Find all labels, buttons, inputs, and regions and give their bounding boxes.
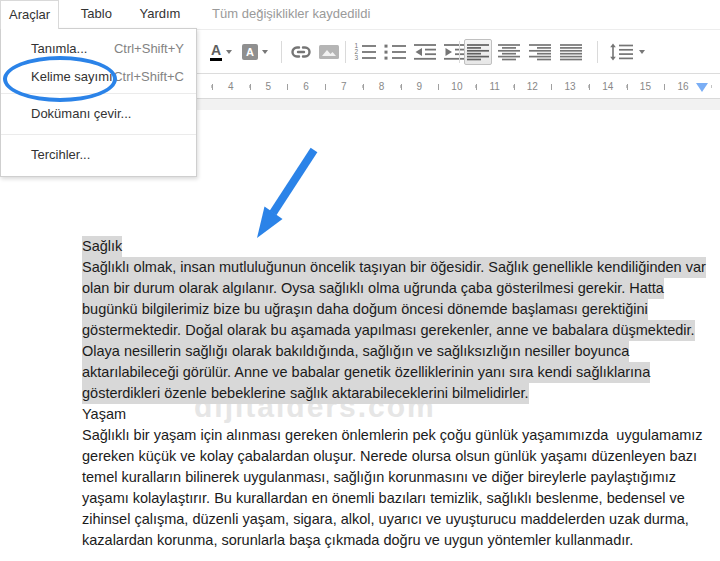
ruler-number: 7: [334, 80, 354, 94]
toolbar-divider: [597, 41, 598, 63]
decrease-indent-icon: [413, 42, 437, 61]
bulleted-list-icon: [383, 42, 407, 61]
highlight-color-button[interactable]: A: [239, 39, 271, 65]
toolbar-divider: [345, 41, 346, 63]
text-color-icon: A: [210, 43, 222, 61]
menu-item-translate-label: Dokümanı çevir...: [31, 106, 131, 121]
doc-line[interactable]: Olaya nesillerin sağlığı olarak bakıldığ…: [82, 341, 706, 362]
doc-line[interactable]: bugünkü bilgilerimiz bize bu uğraşın dah…: [82, 299, 706, 320]
decrease-indent-button[interactable]: [411, 39, 439, 65]
justify-button[interactable]: [557, 39, 585, 65]
svg-text:3: 3: [355, 54, 359, 61]
doc-line[interactable]: zihinsel çalışma, düzenli yaşam, sigara,…: [82, 509, 706, 530]
save-status: Tüm değişiklikler kaydedildi: [212, 0, 370, 28]
menu-bar: Araçlar Tablo Yardım Tüm değişiklikler k…: [0, 0, 720, 28]
line-spacing-caret-icon: [639, 50, 645, 54]
justify-icon: [559, 43, 583, 61]
doc-line[interactable]: gereken küçük ve kolay çabalardan oluşur…: [82, 446, 706, 467]
text-color-button[interactable]: A: [205, 39, 237, 65]
doc-line[interactable]: olan bir durum olarak algılanır. Oysa sa…: [82, 278, 706, 299]
toolbar-divider: [281, 41, 282, 63]
align-right-icon: [528, 43, 552, 61]
doc-line[interactable]: kazalardan korunma, sorunlarla başa çıkm…: [82, 530, 706, 551]
ruler-number: 13: [560, 80, 580, 94]
ruler-number: 8: [372, 80, 392, 94]
ruler-number: 5: [258, 80, 278, 94]
right-indent-marker[interactable]: [696, 83, 708, 92]
numbered-list-button[interactable]: 1 2 3: [351, 39, 379, 65]
menu-item-translate[interactable]: Dokümanı çevir...: [1, 96, 196, 132]
document-text: Sağlık Sağlıklı olmak, insan mutluluğunu…: [82, 236, 706, 551]
menu-separator: [1, 93, 196, 94]
ruler-number: 9: [409, 80, 429, 94]
ruler-number: 4: [221, 80, 241, 94]
doc-line[interactable]: göstermektedir. Doğal olarak bu aşamada …: [82, 320, 706, 341]
ruler-number: 12: [522, 80, 542, 94]
text-color-caret-icon: [226, 50, 232, 54]
ruler-number: 14: [598, 80, 618, 94]
doc-heading-1[interactable]: Sağlık: [82, 236, 706, 257]
menu-item-define-label: Tanımla...: [31, 41, 87, 56]
menu-item-word-count-shortcut: Ctrl+Shift+C: [113, 63, 184, 91]
doc-heading-2[interactable]: Yaşam: [82, 404, 706, 425]
line-spacing-icon: [609, 43, 635, 61]
image-icon: [318, 43, 340, 61]
numbered-list-icon: 1 2 3: [353, 42, 377, 61]
ruler-number: 16: [673, 80, 693, 94]
doc-line[interactable]: gösterdikleri özenle bebeklerine sağlık …: [82, 383, 706, 404]
align-left-button[interactable]: [464, 39, 492, 65]
menu-tools-label: Araçlar: [9, 7, 50, 22]
menu-separator: [1, 134, 196, 135]
ruler-number: 11: [485, 80, 505, 94]
align-center-button[interactable]: [495, 39, 523, 65]
align-left-icon: [466, 43, 490, 61]
menu-item-word-count-label: Kelime sayımı: [31, 69, 113, 84]
highlight-color-icon: A: [242, 44, 258, 60]
doc-line[interactable]: yaşamı kolaylaştırır. Bu kurallardan en …: [82, 488, 706, 509]
ruler-number: 15: [635, 80, 655, 94]
doc-line[interactable]: Sağlıklı olmak, insan mutluluğunun öncel…: [82, 257, 706, 278]
doc-line[interactable]: aktarılabileceği görülür. Anne ve babala…: [82, 362, 706, 383]
menu-item-preferences[interactable]: Tercihler...: [1, 137, 196, 173]
menu-item-preferences-label: Tercihler...: [31, 147, 90, 162]
tools-menu-dropdown: Tanımla... Ctrl+Shift+Y Kelime sayımı Ct…: [0, 28, 197, 177]
line-spacing-button[interactable]: [608, 39, 646, 65]
ruler-number: 6: [296, 80, 316, 94]
menu-help[interactable]: Yardım: [132, 0, 189, 28]
toolbar-divider: [459, 41, 460, 63]
align-right-button[interactable]: [526, 39, 554, 65]
menu-item-define[interactable]: Tanımla... Ctrl+Shift+Y: [1, 35, 196, 63]
menu-item-define-shortcut: Ctrl+Shift+Y: [114, 35, 184, 63]
doc-line[interactable]: Sağlıklı bir yaşam için alınması gereken…: [82, 425, 706, 446]
align-center-icon: [497, 43, 521, 61]
menu-help-label: Yardım: [140, 6, 181, 21]
menu-tools[interactable]: Araçlar: [0, 0, 59, 29]
link-icon: [290, 43, 312, 61]
insert-image-button[interactable]: [316, 39, 342, 65]
insert-link-button[interactable]: [287, 39, 315, 65]
menu-item-word-count[interactable]: Kelime sayımı Ctrl+Shift+C: [1, 63, 196, 91]
highlight-color-caret-icon: [262, 50, 268, 54]
doc-line[interactable]: temel kuralların bilinerek uygulanması, …: [82, 467, 706, 488]
menu-table-label: Tablo: [81, 6, 112, 21]
ruler-number: 10: [447, 80, 467, 94]
bulleted-list-button[interactable]: [381, 39, 409, 65]
menu-table[interactable]: Tablo: [73, 0, 120, 28]
